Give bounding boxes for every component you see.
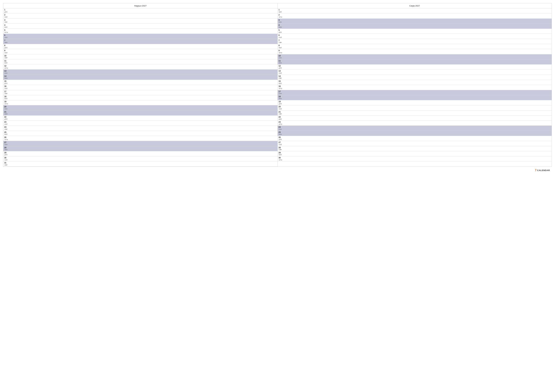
- march-day-num: 8: [4, 44, 8, 47]
- march-day-num: 7: [4, 39, 8, 42]
- april-day-row: 6 СЕЙ: [278, 34, 552, 39]
- april-day-num: 10: [279, 55, 282, 57]
- april-day-name: СЕЙ: [279, 144, 282, 146]
- march-day-name: СЕН: [4, 144, 8, 146]
- march-day-num: 18: [4, 95, 8, 98]
- april-day-row: 10 СЕН: [278, 54, 552, 59]
- footer: 7 CALENDAR: [3, 167, 552, 173]
- march-day-num: 6: [4, 34, 8, 37]
- march-day-num: 2: [4, 14, 8, 16]
- march-day-cell: 3 СӘР: [4, 19, 8, 23]
- april-day-num: 27: [279, 141, 282, 144]
- march-day-row: 10 СӘР: [3, 54, 278, 59]
- march-header: Наурыз 2027: [3, 3, 278, 8]
- april-day-name: СЕН: [279, 128, 282, 130]
- april-days-container: 1 БЕЙ 2 ЖҮМ 3 СЕН 4 ЖЕК 5 ДҮЙ: [278, 8, 552, 161]
- april-day-row: 5 ДҮЙ: [278, 29, 552, 34]
- april-day-row: 11 ЖЕК: [278, 59, 552, 64]
- march-days-container: 1 ДҮЙ 2 СЕЙ 3 СӘР 4 БЕЙ 5 ЖҮМ: [3, 8, 278, 167]
- march-day-name: СЕЙ: [4, 88, 8, 90]
- footer-logo: 7 CALENDAR: [535, 169, 550, 172]
- march-day-cell: 11 БЕЙ: [4, 60, 8, 64]
- march-day-cell: 6 СЕН: [4, 34, 8, 38]
- april-day-row: 9 ЖҮМ: [278, 49, 552, 54]
- april-day-row: 16 ЖҮМ: [278, 85, 552, 90]
- march-day-num: 14: [4, 75, 8, 78]
- april-day-row: 2 ЖҮМ: [278, 14, 552, 19]
- april-day-cell: 4 ЖЕК: [279, 24, 282, 28]
- march-day-cell: 22 ДҮЙ: [4, 116, 8, 120]
- march-day-row: 12 ЖҮМ: [3, 64, 278, 70]
- march-day-name: СӘР: [4, 57, 8, 59]
- march-day-name: ЖҮМ: [4, 103, 8, 105]
- april-day-row: 1 БЕЙ: [278, 8, 552, 14]
- april-day-num: 16: [279, 85, 282, 88]
- march-day-name: ЖЕК: [4, 78, 8, 79]
- april-day-row: 23 ЖҮМ: [278, 121, 552, 126]
- march-day-cell: 8 ДҮЙ: [4, 44, 8, 49]
- march-day-row: 8 ДҮЙ: [3, 44, 278, 49]
- march-day-row: 3 СӘР: [3, 19, 278, 24]
- april-day-row: 25 ЖЕК: [278, 131, 552, 136]
- april-day-cell: 29 БЕЙ: [279, 152, 282, 156]
- april-day-row: 20 СЕЙ: [278, 105, 552, 110]
- april-day-cell: 14 СӘР: [279, 75, 282, 79]
- april-day-name: ДҮЙ: [279, 103, 282, 105]
- april-day-cell: 7 СӘР: [279, 39, 282, 44]
- april-day-name: СЕЙ: [279, 72, 282, 74]
- march-day-cell: 25 БЕЙ: [4, 131, 8, 135]
- march-day-name: ЖЕК: [4, 113, 8, 115]
- march-day-row: 2 СЕЙ: [3, 14, 278, 19]
- april-day-row: 7 СӘР: [278, 39, 552, 44]
- april-day-num: 13: [279, 70, 282, 72]
- march-day-cell: 21 ЖЕК: [4, 111, 8, 115]
- march-day-name: СӘР: [4, 21, 8, 23]
- march-day-num: 10: [4, 55, 8, 57]
- april-day-name: ЖҮМ: [279, 159, 282, 161]
- march-day-row: 6 СЕН: [3, 34, 278, 39]
- april-day-cell: 19 ДҮЙ: [279, 100, 282, 105]
- april-day-cell: 2 ЖҮМ: [279, 14, 282, 18]
- april-day-row: 3 СЕН: [278, 19, 552, 24]
- march-day-name: СЕН: [4, 37, 8, 39]
- march-day-cell: 14 ЖЕК: [4, 75, 8, 79]
- march-day-cell: 26 ЖҮМ: [4, 136, 8, 141]
- april-day-cell: 22 БЕЙ: [279, 116, 282, 120]
- march-day-num: 31: [4, 162, 8, 164]
- march-day-cell: 23 СЕЙ: [4, 121, 8, 125]
- april-day-num: 1: [279, 9, 282, 11]
- april-header: Сәуір 2027: [278, 3, 552, 8]
- april-day-num: 14: [279, 75, 282, 78]
- march-day-cell: 10 СӘР: [4, 55, 8, 59]
- march-day-cell: 20 СЕН: [4, 106, 8, 110]
- march-day-row: 27 СЕН: [3, 141, 278, 146]
- april-day-num: 26: [279, 136, 282, 139]
- march-day-name: БЕЙ: [4, 98, 8, 100]
- april-day-num: 9: [279, 50, 282, 52]
- march-day-row: 28 ЖЕК: [3, 146, 278, 151]
- april-day-row: 14 СӘР: [278, 75, 552, 80]
- april-day-name: ЖЕК: [279, 26, 282, 28]
- march-day-cell: 31 СӘР: [4, 162, 8, 166]
- march-day-cell: 17 СӘР: [4, 90, 8, 95]
- april-day-name: БЕЙ: [279, 118, 282, 120]
- april-day-row: 4 ЖЕК: [278, 24, 552, 29]
- march-day-name: БЕЙ: [4, 26, 8, 28]
- april-day-name: БЕЙ: [279, 47, 282, 49]
- april-day-num: 18: [279, 95, 282, 98]
- april-day-row: 21 СӘР: [278, 110, 552, 115]
- april-day-name: СЕН: [279, 93, 282, 95]
- april-day-num: 25: [279, 131, 282, 134]
- march-day-row: 11 БЕЙ: [3, 59, 278, 64]
- april-day-num: 6: [279, 34, 282, 37]
- april-day-num: 22: [279, 116, 282, 118]
- march-day-row: 22 ДҮЙ: [3, 115, 278, 121]
- march-day-cell: 2 СЕЙ: [4, 14, 8, 18]
- april-day-row: 19 ДҮЙ: [278, 100, 552, 105]
- april-day-cell: 30 ЖҮМ: [279, 157, 282, 161]
- march-day-cell: 13 СЕН: [4, 70, 8, 74]
- april-day-name: СЕН: [279, 21, 282, 23]
- april-day-row: 29 БЕЙ: [278, 151, 552, 156]
- april-day-cell: 3 СЕН: [279, 19, 282, 23]
- calendars-container: Наурыз 2027 1 ДҮЙ 2 СЕЙ 3 СӘР 4 БЕЙ 5: [3, 3, 552, 167]
